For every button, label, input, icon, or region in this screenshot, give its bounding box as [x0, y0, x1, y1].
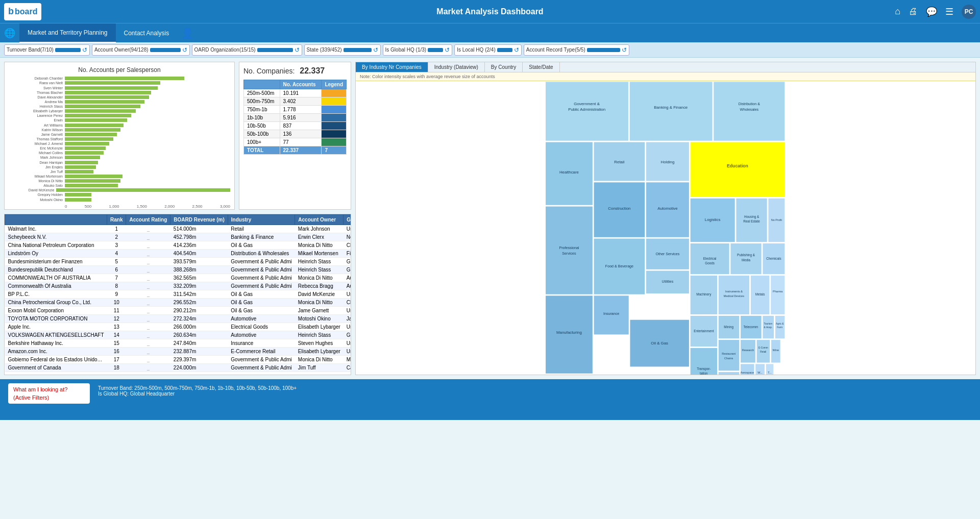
tab-by-industry[interactable]: By Industry Nr Companies — [356, 62, 428, 72]
filter-turnover[interactable]: Turnover Band(7/10) ↺ — [4, 44, 90, 56]
svg-text:Metals: Metals — [755, 292, 765, 296]
nav-market-planning[interactable]: Market and Territory Planning — [19, 23, 116, 43]
filter-local-hq-refresh[interactable]: ↺ — [514, 46, 519, 54]
filter-account-owner[interactable]: Account Owner(94/128) ↺ — [92, 44, 190, 56]
svg-rect-74 — [718, 339, 740, 370]
svg-text:Chains: Chains — [724, 357, 733, 360]
filter-global-hq-refresh[interactable]: ↺ — [445, 46, 450, 54]
svg-rect-84 — [718, 372, 740, 375]
svg-rect-14 — [690, 142, 785, 197]
logo-area[interactable]: b board — [4, 3, 41, 20]
bar-chart-panel: No. Accounts per Salesperson Deborah Cha… — [4, 62, 235, 210]
question-text: What am I looking at? — [13, 386, 85, 392]
bottom-panel: What am I looking at? (Active Filters) T… — [0, 379, 980, 420]
bar-row: Raea van Nielt — [9, 81, 230, 85]
svg-text:Insurance: Insurance — [603, 312, 619, 316]
filter-local-hq-label: Is Local HQ (2/4) — [457, 47, 496, 53]
svg-text:Media: Media — [742, 258, 751, 262]
filter-record-type-refresh[interactable]: ↺ — [622, 46, 627, 54]
filter-state[interactable]: State (339/452) ↺ — [304, 44, 381, 56]
companies-table: No. Accounts Legend 250m-500m 10.191 500… — [243, 80, 347, 155]
filter-local-hq[interactable]: Is Local HQ (2/4) ↺ — [454, 44, 522, 56]
table-row: 100b+ 77 — [244, 138, 347, 146]
svg-text:Retail: Retail — [760, 351, 766, 353]
bar-row: Deborah Chantier — [9, 77, 230, 81]
axis-labels: 0 500 1,000 1,500 2,000 2,500 3,000 — [65, 204, 230, 209]
table-row: 750m-1b 1.778 — [244, 106, 347, 114]
bar-row: Michael Collins — [9, 151, 230, 155]
filter-line-2: Is Global HQ: Global Headquarter — [98, 391, 297, 397]
svg-text:Holding: Holding — [661, 160, 675, 164]
bar-row: Thomas Stafford — [9, 137, 230, 141]
svg-text:No Profit: No Profit — [771, 218, 782, 221]
filter-turnover-label: Turnover Band(7/10) — [7, 47, 54, 53]
svg-text:Banking & Finance: Banking & Finance — [654, 105, 688, 110]
nav-contact-analysis[interactable]: Contact Analysis — [116, 23, 178, 43]
filter-state-refresh[interactable]: ↺ — [373, 46, 378, 54]
bar-row: Jim Engles — [9, 165, 230, 169]
filter-oard-refresh[interactable]: ↺ — [295, 46, 300, 54]
table-row: Gobierno Federal de los Estados Unidos M… — [5, 356, 352, 364]
svg-text:Instruments &: Instruments & — [725, 290, 743, 293]
treemap-svg: Government & Public Administration Banki… — [356, 81, 975, 375]
bar-row: Monica Di Nitto — [9, 179, 230, 183]
table-row: 50b-100b 136 — [244, 130, 347, 138]
table-row: Scheybeeck N.V. 2 _ 452.798m Banking & F… — [5, 233, 352, 241]
svg-text:Utilities: Utilities — [662, 280, 674, 284]
svg-text:Research: Research — [742, 349, 754, 352]
svg-text:Tourism: Tourism — [764, 323, 773, 325]
bar-row: Atsuko Sato — [9, 184, 230, 188]
filter-account-refresh[interactable]: ↺ — [182, 46, 187, 54]
tab-by-country[interactable]: By Country — [485, 62, 523, 72]
bar-row: Gregory Holden — [9, 193, 230, 197]
top-bar: b board Market Analysis Dashboard ⌂ 🖨 💬 … — [0, 0, 980, 23]
table-row: Walmart Inc. 1 _ 514.000m Retail Mark Jo… — [5, 225, 352, 233]
table-row: VOLKSWAGEN AKTIENGESELLSCHAFT 14 _ 260.6… — [5, 331, 352, 339]
print-icon[interactable]: 🖨 — [909, 6, 918, 17]
bar-row: Thomas Blacher — [9, 90, 230, 94]
table-row: BP P.L.C. 9 _ 311.542m Oil & Gas David M… — [5, 290, 352, 299]
menu-icon[interactable]: ☰ — [945, 6, 953, 17]
data-table-panel: Rank Account Rating BOARD Revenue (m) In… — [4, 214, 351, 375]
svg-rect-71 — [690, 348, 718, 375]
svg-text:Public Administration: Public Administration — [568, 107, 605, 112]
svg-text:Wholesales: Wholesales — [740, 108, 759, 112]
page-title: Market Analysis Dashboard — [436, 7, 543, 16]
filter-state-label: State (339/452) — [307, 47, 342, 53]
table-row: 250m-500m 10.191 — [244, 89, 347, 97]
svg-text:Construction: Construction — [608, 206, 630, 211]
filter-line-1: Turnover Band: 250m-500m, 500m-750m, 750… — [98, 385, 297, 391]
table-row: COMMONWEALTH OF AUSTRALIA 7 _ 362.565m G… — [5, 274, 352, 282]
bottom-question-box: What am I looking at? (Active Filters) — [8, 383, 90, 404]
svg-text:Publishing &: Publishing & — [737, 253, 755, 257]
avatar[interactable]: PC — [962, 5, 976, 19]
svg-text:Food & Beverage: Food & Beverage — [605, 264, 633, 268]
filter-global-hq[interactable]: Is Global HQ (1/3) ↺ — [383, 44, 453, 56]
table-row: 1b-10b 5.916 — [244, 114, 347, 122]
svg-text:Farm: Farm — [777, 326, 782, 329]
svg-text:Services: Services — [562, 252, 576, 256]
bar-row: Jame Garnett — [9, 133, 230, 137]
svg-text:Automotive: Automotive — [657, 206, 678, 211]
svg-text:Entertainment: Entertainment — [694, 329, 714, 333]
chat-icon[interactable]: 💬 — [926, 6, 937, 17]
svg-text:Education: Education — [727, 163, 748, 168]
home-icon[interactable]: ⌂ — [895, 6, 900, 17]
table-row: TOYOTA MOTOR CORPORATION 12 _ 272.324m A… — [5, 315, 352, 323]
filter-turnover-refresh[interactable]: ↺ — [82, 46, 87, 54]
filter-record-type[interactable]: Account Record Type(5/5) ↺ — [524, 44, 629, 56]
svg-text:Electrical: Electrical — [703, 257, 717, 260]
filter-oard-org[interactable]: OARD Organization(15/15) ↺ — [192, 44, 302, 56]
treemap-tabs: By Industry Nr Companies Industry (Datav… — [356, 62, 975, 72]
tab-industry-dataview[interactable]: Industry (Dataview) — [428, 62, 485, 72]
table-row: China National Petroleum Corporation 3 _… — [5, 241, 352, 250]
tab-state-date[interactable]: State/Date — [523, 62, 559, 72]
svg-rect-27 — [545, 206, 593, 294]
table-row: Government of Canada 18 _ 224.000m Gover… — [5, 364, 352, 372]
svg-text:Government &: Government & — [574, 102, 600, 106]
filter-global-hq-label: Is Global HQ (1/3) — [385, 47, 427, 53]
svg-text:Logistics: Logistics — [705, 217, 721, 222]
table-row: 10b-50b 837 — [244, 122, 347, 130]
svg-text:Housing &: Housing & — [744, 215, 760, 219]
bar-row: Dave Alexander — [9, 95, 230, 100]
